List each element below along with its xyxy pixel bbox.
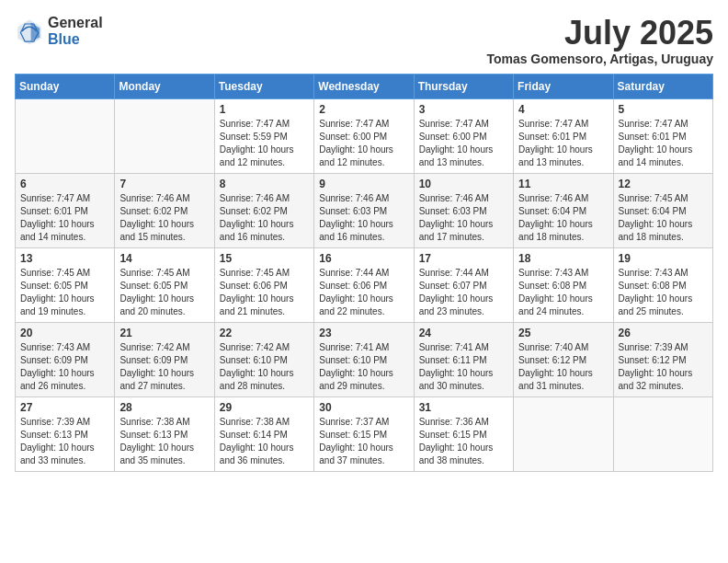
day-number: 12 [619, 178, 708, 190]
day-number: 28 [119, 401, 209, 414]
calendar-cell: 19Sunrise: 7:43 AM Sunset: 6:08 PM Dayli… [613, 247, 712, 322]
day-number: 24 [419, 327, 508, 339]
day-number: 22 [220, 327, 309, 339]
day-info: Sunrise: 7:45 AM Sunset: 6:05 PM Dayligh… [20, 267, 109, 318]
calendar-cell: 14Sunrise: 7:45 AM Sunset: 6:05 PM Dayli… [115, 247, 214, 322]
weekday-header-monday: Monday [115, 74, 214, 98]
day-info: Sunrise: 7:47 AM Sunset: 6:01 PM Dayligh… [518, 118, 608, 169]
day-number: 2 [319, 103, 408, 116]
calendar-cell [514, 396, 613, 471]
day-number: 4 [518, 103, 608, 116]
title-area: July 2025 Tomas Gomensoro, Artigas, Urug… [486, 15, 713, 66]
day-number: 6 [20, 178, 109, 190]
day-info: Sunrise: 7:43 AM Sunset: 6:08 PM Dayligh… [518, 267, 608, 318]
day-info: Sunrise: 7:37 AM Sunset: 6:15 PM Dayligh… [319, 416, 408, 467]
day-number: 14 [119, 252, 209, 265]
calendar-cell: 13Sunrise: 7:45 AM Sunset: 6:05 PM Dayli… [16, 247, 115, 322]
day-number: 8 [220, 178, 309, 190]
calendar-cell: 4Sunrise: 7:47 AM Sunset: 6:01 PM Daylig… [514, 98, 613, 173]
calendar-cell: 20Sunrise: 7:43 AM Sunset: 6:09 PM Dayli… [16, 322, 115, 396]
day-info: Sunrise: 7:41 AM Sunset: 6:10 PM Dayligh… [319, 341, 408, 393]
day-info: Sunrise: 7:45 AM Sunset: 6:05 PM Dayligh… [119, 267, 209, 318]
day-number: 15 [220, 252, 309, 265]
calendar-cell: 6Sunrise: 7:47 AM Sunset: 6:01 PM Daylig… [16, 173, 115, 247]
calendar-cell: 25Sunrise: 7:40 AM Sunset: 6:12 PM Dayli… [514, 322, 613, 396]
day-info: Sunrise: 7:47 AM Sunset: 6:01 PM Dayligh… [619, 118, 708, 169]
calendar-cell: 12Sunrise: 7:45 AM Sunset: 6:04 PM Dayli… [613, 173, 712, 247]
weekday-header-tuesday: Tuesday [214, 74, 313, 98]
calendar-week-row: 6Sunrise: 7:47 AM Sunset: 6:01 PM Daylig… [16, 173, 713, 247]
weekday-header-friday: Friday [514, 74, 613, 98]
day-number: 9 [319, 178, 408, 190]
day-number: 31 [419, 401, 508, 414]
day-number: 29 [220, 401, 309, 414]
calendar-cell: 30Sunrise: 7:37 AM Sunset: 6:15 PM Dayli… [314, 396, 414, 471]
day-info: Sunrise: 7:47 AM Sunset: 6:00 PM Dayligh… [319, 118, 408, 169]
day-number: 30 [319, 401, 408, 414]
calendar-week-row: 27Sunrise: 7:39 AM Sunset: 6:13 PM Dayli… [16, 396, 713, 471]
day-info: Sunrise: 7:43 AM Sunset: 6:09 PM Dayligh… [20, 341, 109, 393]
day-info: Sunrise: 7:47 AM Sunset: 6:01 PM Dayligh… [20, 192, 109, 244]
day-info: Sunrise: 7:39 AM Sunset: 6:12 PM Dayligh… [619, 341, 708, 393]
logo: General Blue [15, 15, 103, 47]
page-header: General Blue July 2025 Tomas Gomensoro, … [15, 15, 713, 66]
calendar-cell: 15Sunrise: 7:45 AM Sunset: 6:06 PM Dayli… [214, 247, 313, 322]
calendar-cell: 7Sunrise: 7:46 AM Sunset: 6:02 PM Daylig… [115, 173, 214, 247]
month-title: July 2025 [486, 15, 713, 52]
day-info: Sunrise: 7:36 AM Sunset: 6:15 PM Dayligh… [419, 416, 508, 467]
day-number: 21 [119, 327, 209, 339]
weekday-header-sunday: Sunday [16, 74, 115, 98]
day-number: 18 [518, 252, 608, 265]
calendar-week-row: 1Sunrise: 7:47 AM Sunset: 5:59 PM Daylig… [16, 98, 713, 173]
day-info: Sunrise: 7:47 AM Sunset: 5:59 PM Dayligh… [220, 118, 309, 169]
calendar-cell [115, 98, 214, 173]
calendar-week-row: 13Sunrise: 7:45 AM Sunset: 6:05 PM Dayli… [16, 247, 713, 322]
calendar-cell: 23Sunrise: 7:41 AM Sunset: 6:10 PM Dayli… [314, 322, 414, 396]
day-info: Sunrise: 7:44 AM Sunset: 6:07 PM Dayligh… [419, 267, 508, 318]
calendar-cell: 9Sunrise: 7:46 AM Sunset: 6:03 PM Daylig… [314, 173, 414, 247]
logo-icon [15, 17, 44, 46]
calendar-cell: 27Sunrise: 7:39 AM Sunset: 6:13 PM Dayli… [16, 396, 115, 471]
day-info: Sunrise: 7:44 AM Sunset: 6:06 PM Dayligh… [319, 267, 408, 318]
calendar-cell: 11Sunrise: 7:46 AM Sunset: 6:04 PM Dayli… [514, 173, 613, 247]
day-number: 26 [619, 327, 708, 339]
day-info: Sunrise: 7:43 AM Sunset: 6:08 PM Dayligh… [619, 267, 708, 318]
calendar-cell: 8Sunrise: 7:46 AM Sunset: 6:02 PM Daylig… [214, 173, 313, 247]
day-number: 20 [20, 327, 109, 339]
calendar-cell: 16Sunrise: 7:44 AM Sunset: 6:06 PM Dayli… [314, 247, 414, 322]
calendar-cell: 28Sunrise: 7:38 AM Sunset: 6:13 PM Dayli… [115, 396, 214, 471]
day-number: 13 [20, 252, 109, 265]
calendar-cell: 17Sunrise: 7:44 AM Sunset: 6:07 PM Dayli… [414, 247, 513, 322]
calendar-cell: 10Sunrise: 7:46 AM Sunset: 6:03 PM Dayli… [414, 173, 513, 247]
logo-blue-text: Blue [48, 31, 103, 48]
calendar-cell: 5Sunrise: 7:47 AM Sunset: 6:01 PM Daylig… [613, 98, 712, 173]
calendar-cell: 3Sunrise: 7:47 AM Sunset: 6:00 PM Daylig… [414, 98, 513, 173]
calendar-cell: 21Sunrise: 7:42 AM Sunset: 6:09 PM Dayli… [115, 322, 214, 396]
day-info: Sunrise: 7:39 AM Sunset: 6:13 PM Dayligh… [20, 416, 109, 467]
calendar-cell [16, 98, 115, 173]
calendar-cell: 18Sunrise: 7:43 AM Sunset: 6:08 PM Dayli… [514, 247, 613, 322]
weekday-header-thursday: Thursday [414, 74, 513, 98]
day-info: Sunrise: 7:47 AM Sunset: 6:00 PM Dayligh… [419, 118, 508, 169]
day-number: 7 [119, 178, 209, 190]
weekday-header-row: SundayMondayTuesdayWednesdayThursdayFrid… [16, 74, 713, 98]
calendar-cell: 31Sunrise: 7:36 AM Sunset: 6:15 PM Dayli… [414, 396, 513, 471]
calendar-week-row: 20Sunrise: 7:43 AM Sunset: 6:09 PM Dayli… [16, 322, 713, 396]
calendar-cell: 29Sunrise: 7:38 AM Sunset: 6:14 PM Dayli… [214, 396, 313, 471]
day-info: Sunrise: 7:40 AM Sunset: 6:12 PM Dayligh… [518, 341, 608, 393]
day-info: Sunrise: 7:46 AM Sunset: 6:03 PM Dayligh… [319, 192, 408, 244]
day-info: Sunrise: 7:46 AM Sunset: 6:04 PM Dayligh… [518, 192, 608, 244]
day-number: 10 [419, 178, 508, 190]
day-number: 27 [20, 401, 109, 414]
day-number: 17 [419, 252, 508, 265]
calendar-cell [613, 396, 712, 471]
weekday-header-saturday: Saturday [613, 74, 712, 98]
day-number: 3 [419, 103, 508, 116]
logo-text: General Blue [48, 15, 103, 47]
day-info: Sunrise: 7:46 AM Sunset: 6:02 PM Dayligh… [119, 192, 209, 244]
calendar-cell: 2Sunrise: 7:47 AM Sunset: 6:00 PM Daylig… [314, 98, 414, 173]
day-number: 5 [619, 103, 708, 116]
day-info: Sunrise: 7:45 AM Sunset: 6:06 PM Dayligh… [220, 267, 309, 318]
day-info: Sunrise: 7:38 AM Sunset: 6:14 PM Dayligh… [220, 416, 309, 467]
day-info: Sunrise: 7:41 AM Sunset: 6:11 PM Dayligh… [419, 341, 508, 393]
